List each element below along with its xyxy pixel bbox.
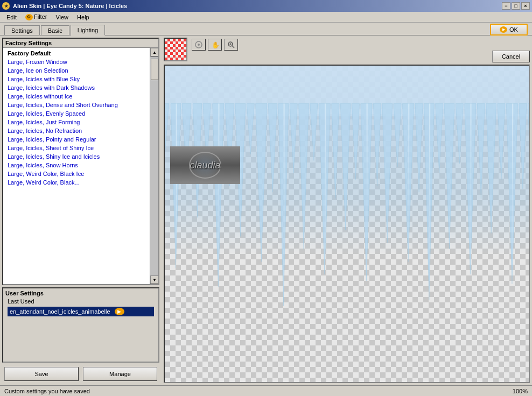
title-bar-left: ★ Alien Skin | Eye Candy 5: Nature | Ici… bbox=[2, 2, 127, 10]
watermark-area: claudia bbox=[170, 146, 240, 184]
list-item[interactable]: Large, Ice on Selection bbox=[3, 66, 150, 75]
list-item[interactable]: Large, Icicles with Blue Sky bbox=[3, 75, 150, 83]
preview-toolbar-row: ✋ Cancel bbox=[164, 38, 530, 62]
svg-point-1 bbox=[198, 44, 200, 46]
user-settings-panel: User Settings Last Used en_attendant_noe… bbox=[2, 287, 159, 363]
ok-icon: ▶ bbox=[500, 26, 507, 33]
preview-background: claudia bbox=[165, 66, 529, 382]
arrow-icon: ▶ bbox=[115, 308, 124, 315]
pointer-tool-button[interactable] bbox=[192, 39, 206, 51]
factory-settings-panel: Factory Settings Factory Default Large, … bbox=[2, 38, 159, 285]
scroll-up-button[interactable]: ▲ bbox=[150, 48, 158, 56]
bottom-buttons: Save Manage bbox=[2, 365, 159, 383]
list-item[interactable]: Large, Icicles, Evenly Spaced bbox=[3, 109, 150, 118]
scroll-down-button[interactable]: ▼ bbox=[150, 275, 158, 284]
zoom-icon bbox=[227, 41, 235, 48]
menu-help[interactable]: Help bbox=[73, 13, 94, 22]
zoom-level: 100% bbox=[513, 388, 528, 394]
tab-bar: Settings Basic Lighting ▶ OK bbox=[0, 23, 532, 36]
user-settings-title: User Settings bbox=[3, 288, 158, 298]
menu-view[interactable]: View bbox=[51, 13, 73, 22]
zoom-tool-button[interactable] bbox=[224, 39, 238, 51]
ok-button[interactable]: ▶ OK bbox=[490, 24, 528, 36]
list-item[interactable]: Large, Icicles, Dense and Short Overhang bbox=[3, 101, 150, 109]
list-item[interactable]: Large, Icicles, Just Forming bbox=[3, 118, 150, 126]
close-button[interactable]: × bbox=[521, 2, 530, 10]
list-item[interactable]: Large, Icicles, Shiny Ice and Icicles bbox=[3, 152, 150, 161]
cancel-area: Cancel bbox=[492, 38, 530, 62]
status-bar: Custom settings you have saved 100% bbox=[0, 385, 532, 396]
tool-buttons: ✋ bbox=[192, 39, 238, 51]
list-item[interactable]: Large, Icicles, Snow Horns bbox=[3, 161, 150, 169]
list-item[interactable]: Large, Weird Color, Black Ice bbox=[3, 169, 150, 178]
list-item[interactable]: Large, Icicles, No Refraction bbox=[3, 126, 150, 135]
settings-list-container: Factory Default Large, Frozen Window Lar… bbox=[3, 48, 158, 284]
pointer-icon bbox=[195, 41, 202, 48]
title-text: Alien Skin | Eye Candy 5: Nature | Icicl… bbox=[13, 3, 127, 9]
list-item[interactable]: Factory Default bbox=[3, 49, 150, 58]
scroll-thumb[interactable] bbox=[151, 59, 158, 80]
preview-canvas: claudia bbox=[164, 65, 530, 383]
watermark-text: claudia bbox=[190, 160, 220, 171]
hand-icon: ✋ bbox=[211, 41, 219, 48]
app-icon: ★ bbox=[2, 2, 10, 10]
title-bar: ★ Alien Skin | Eye Candy 5: Nature | Ici… bbox=[0, 0, 532, 12]
right-panel: ✋ Cancel bbox=[162, 36, 532, 385]
scroll-track[interactable] bbox=[150, 56, 158, 275]
menu-bar: Edit ⚙Filter View Help bbox=[0, 12, 532, 23]
factory-settings-scrollbar[interactable]: ▲ ▼ bbox=[150, 48, 158, 284]
minimize-button[interactable]: − bbox=[502, 2, 510, 10]
tab-lighting[interactable]: Lighting bbox=[71, 25, 106, 36]
menu-filter[interactable]: ⚙Filter bbox=[21, 12, 51, 22]
list-item[interactable]: Large, Weird Color, Black... bbox=[3, 178, 150, 187]
list-item[interactable]: Large, Frozen Window bbox=[3, 58, 150, 66]
manage-button[interactable]: Manage bbox=[83, 367, 157, 381]
list-item[interactable]: Large, Icicles, Pointy and Regular bbox=[3, 135, 150, 144]
tab-settings[interactable]: Settings bbox=[4, 25, 40, 36]
window-controls[interactable]: − □ × bbox=[502, 2, 530, 10]
list-item[interactable]: Large, Icicles with Dark Shadows bbox=[3, 83, 150, 92]
last-used-item[interactable]: en_attendant_noel_icicles_animabelle ▶ bbox=[8, 307, 154, 316]
save-button[interactable]: Save bbox=[4, 367, 79, 381]
hand-tool-button[interactable]: ✋ bbox=[208, 39, 222, 51]
list-item[interactable]: Large, Icicles, Sheet of Shiny Ice bbox=[3, 144, 150, 152]
preview-thumbnail bbox=[164, 38, 187, 61]
settings-list[interactable]: Factory Default Large, Frozen Window Lar… bbox=[3, 48, 150, 284]
main-content: Factory Settings Factory Default Large, … bbox=[0, 36, 532, 385]
svg-text:✋: ✋ bbox=[212, 41, 219, 48]
factory-settings-title: Factory Settings bbox=[3, 39, 158, 48]
maximize-button[interactable]: □ bbox=[512, 2, 520, 10]
last-used-item-text: en_attendant_noel_icicles_animabelle bbox=[10, 308, 110, 315]
filter-icon: ⚙ bbox=[25, 14, 33, 20]
svg-line-4 bbox=[232, 46, 234, 48]
status-text: Custom settings you have saved bbox=[4, 388, 90, 394]
tab-basic[interactable]: Basic bbox=[41, 25, 69, 36]
last-used-label: Last Used bbox=[3, 298, 158, 305]
checker-preview bbox=[165, 39, 186, 60]
cancel-button[interactable]: Cancel bbox=[492, 51, 530, 62]
list-item[interactable]: Large, Icicles without Ice bbox=[3, 92, 150, 101]
menu-edit[interactable]: Edit bbox=[2, 13, 21, 22]
left-panel: Factory Settings Factory Default Large, … bbox=[0, 36, 162, 385]
